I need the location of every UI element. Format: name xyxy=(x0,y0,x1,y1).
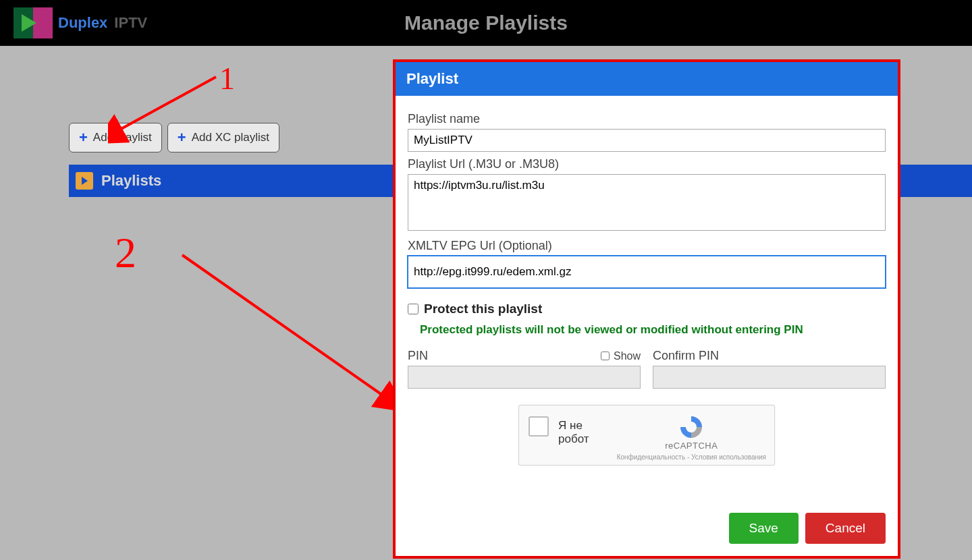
recaptcha-legal: Конфиденциальность - Условия использован… xyxy=(617,453,766,461)
recaptcha-checkbox[interactable] xyxy=(529,416,549,437)
add-playlist-button[interactable]: + Add playlist xyxy=(69,123,162,152)
plus-icon: + xyxy=(178,130,186,145)
pin-label: PIN xyxy=(408,349,428,363)
epg-url-input[interactable] xyxy=(408,256,886,288)
recaptcha-widget[interactable]: Я не робот reCAPTCHA Конфиденциальность … xyxy=(518,405,775,466)
protect-playlist-checkbox[interactable] xyxy=(408,304,418,314)
playlists-label: Playlists xyxy=(101,172,161,190)
playlist-url-label: Playlist Url (.M3U or .M3U8) xyxy=(408,157,886,171)
playlist-url-input[interactable] xyxy=(408,174,886,231)
save-button[interactable]: Save xyxy=(729,513,799,544)
playlist-dialog: Playlist Playlist name Playlist Url (.M3… xyxy=(393,59,900,559)
recaptcha-text: Я не робот xyxy=(558,415,608,446)
epg-url-label: XMLTV EPG Url (Optional) xyxy=(408,239,886,253)
show-pin-checkbox[interactable] xyxy=(601,352,610,360)
add-xc-playlist-label: Add XC playlist xyxy=(192,131,269,144)
protect-playlist-label: Protect this playlist xyxy=(424,302,542,316)
logo-text-1: Duplex xyxy=(58,14,107,32)
add-xc-playlist-button[interactable]: + Add XC playlist xyxy=(167,123,279,152)
cancel-button[interactable]: Cancel xyxy=(805,513,886,544)
confirm-pin-label: Confirm PIN xyxy=(653,349,719,363)
playlist-icon xyxy=(76,172,93,190)
svg-line-1 xyxy=(182,255,385,397)
logo[interactable]: DuplexIPTV xyxy=(14,7,147,38)
add-playlist-label: Add playlist xyxy=(93,131,152,144)
annotation-2: 2 xyxy=(115,215,398,460)
logo-text-2: IPTV xyxy=(114,14,147,32)
protect-note: Protected playlists will not be viewed o… xyxy=(420,323,886,337)
recaptcha-icon xyxy=(678,415,705,439)
page-title: Manage Playlists xyxy=(404,11,568,34)
pin-input[interactable] xyxy=(408,366,641,389)
play-icon xyxy=(14,7,53,38)
dialog-title: Playlist xyxy=(396,62,898,96)
recaptcha-brand: reCAPTCHA xyxy=(617,441,766,451)
toolbar: + Add playlist + Add XC playlist xyxy=(69,123,279,152)
confirm-pin-input[interactable] xyxy=(653,366,886,389)
annotation-num-2: 2 xyxy=(115,228,136,278)
playlist-name-input[interactable] xyxy=(408,129,886,152)
annotation-num-1: 1 xyxy=(219,61,235,96)
app-header: DuplexIPTV Manage Playlists xyxy=(0,0,972,46)
playlist-name-label: Playlist name xyxy=(408,112,886,126)
plus-icon: + xyxy=(79,130,88,145)
show-pin-label: Show xyxy=(614,350,641,362)
